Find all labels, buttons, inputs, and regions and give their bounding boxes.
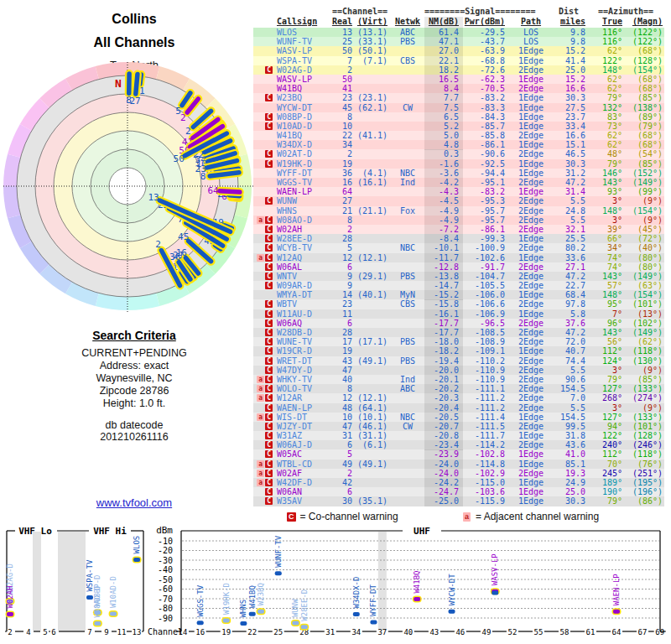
cell-virtual-channel: (50.1) xyxy=(352,46,391,55)
cell-nm-db: -20.8 xyxy=(424,431,463,440)
cell-virtual-channel: (49.1) xyxy=(352,356,391,366)
cell-nm-db: -20.7 xyxy=(424,422,463,431)
cell-azimuth-magn: (154°) xyxy=(622,65,664,75)
search-criteria-line: CURRENT+PENDING xyxy=(0,347,268,360)
cell-real-channel: 30 xyxy=(329,496,352,506)
cell-callsign: WAEN-LP xyxy=(275,403,329,413)
cell-nm-db: -11.7 xyxy=(424,253,463,262)
station-marker: W34DX-D xyxy=(352,577,361,616)
cell-dist-miles: 25.0 xyxy=(550,487,587,496)
adjacent-channel-warning-icon: a xyxy=(257,479,264,486)
cell-pwr-dbm: -103.6 xyxy=(463,487,512,496)
cell-warnings xyxy=(253,140,275,149)
station-channel-label: 2 xyxy=(155,239,161,250)
cell-callsign: WHKY-TV xyxy=(275,375,329,384)
table-row: CWUNW27-4.5-95.32Edge5.53°(9°) xyxy=(253,196,664,205)
cell-azimuth-magn: (149°) xyxy=(622,178,664,187)
cell-azimuth-true: 3° xyxy=(587,216,622,225)
cell-callsign: WAEN-LP xyxy=(275,187,329,196)
cell-virtual-channel xyxy=(352,281,391,290)
co-channel-warning-icon: C xyxy=(265,66,273,74)
tvfool-report: Collins All Channels TrueNorth N43191761… xyxy=(0,0,671,644)
cell-real-channel: 47 xyxy=(329,366,352,375)
adjacent-channel-warning-icon: a xyxy=(257,216,264,224)
cell-real-channel: 48 xyxy=(329,403,352,413)
cell-real-channel: 14 xyxy=(329,290,352,299)
cell-azimuth-magn: (45°) xyxy=(622,225,664,234)
channel-tick-label: 6 xyxy=(51,628,55,636)
tvfool-link[interactable]: www.tvfool.com xyxy=(0,496,268,509)
dbm-tick-label: -90 xyxy=(158,614,173,623)
cell-dist-miles: 30.3 xyxy=(550,496,587,506)
cell-azimuth-magn: (9°) xyxy=(622,403,664,413)
table-row: WGGS-TV16(16.1)Ind-4.2-95.12Edge47.2143°… xyxy=(253,178,664,187)
cell-callsign: W06AJ-D xyxy=(275,440,329,449)
cell-warnings: aC xyxy=(253,478,275,487)
station-marker-dot xyxy=(353,612,360,616)
co-channel-warning-icon: C xyxy=(265,235,273,242)
cell-virtual-channel: (13.1) xyxy=(352,28,391,37)
station-marker-dot xyxy=(223,618,230,622)
cell-dist-miles: 90.6 xyxy=(550,375,587,384)
cell-virtual-channel: (64.1) xyxy=(352,403,391,413)
cell-real-channel: 19 xyxy=(329,159,352,169)
station-callsign-label: WUNF-TV xyxy=(274,535,283,568)
dbm-tick-label: -40 xyxy=(158,565,173,574)
cell-nm-db: 4.8 xyxy=(424,140,463,149)
cell-dist-miles: 16.6 xyxy=(550,131,587,140)
table-row: aCW12AQ12(12.1)-11.7-102.61Edge33.674°(8… xyxy=(253,253,664,262)
cell-pwr-dbm: -111.7 xyxy=(463,431,512,440)
cell-virtual-channel xyxy=(352,149,391,158)
cell-network xyxy=(391,234,424,243)
cell-azimuth-magn: (40°) xyxy=(622,243,664,252)
channel-tick-label: 25 xyxy=(273,628,283,636)
cell-dist-miles: 15.2 xyxy=(550,75,587,84)
cell-real-channel: 22 xyxy=(329,131,352,140)
cell-azimuth-true: 93° xyxy=(587,187,622,196)
cell-nm-db: -20.2 xyxy=(424,384,463,393)
table-row: CW06AL6-12.8-91.72Edge27.174°(80°) xyxy=(253,262,664,272)
cell-path: LOS xyxy=(512,28,550,37)
cell-nm-db: 0.3 xyxy=(424,149,463,158)
cell-network xyxy=(391,112,424,122)
cell-callsign: WSPA-TV xyxy=(275,56,329,65)
band-chart: VHF LoVHF Hi2456791113dBm-10-20-30-40-50… xyxy=(0,508,671,644)
cell-azimuth-true: 70° xyxy=(587,460,622,469)
station-callsign-label: WYCW-DT xyxy=(448,574,456,606)
cell-pwr-dbm: -111.2 xyxy=(463,403,512,413)
co-channel-warning-icon: C xyxy=(265,254,273,262)
search-criteria-heading: Search Criteria xyxy=(0,329,268,342)
station-marker-dot xyxy=(86,595,93,600)
cell-path: 2Edge xyxy=(512,65,550,75)
cell-virtual-channel xyxy=(352,140,391,149)
cell-pwr-dbm: -110.2 xyxy=(463,356,512,366)
station-marker-dot xyxy=(257,610,264,614)
cell-real-channel: 28 xyxy=(329,234,352,243)
cell-virtual-channel: (21.1) xyxy=(352,206,391,216)
cell-pwr-dbm: -91.7 xyxy=(463,262,512,272)
cell-dist-miles: 27.5 xyxy=(550,103,587,112)
station-marker: W41BQ xyxy=(248,585,257,616)
cell-azimuth-magn: (196°) xyxy=(622,487,664,496)
db-datecode-label: db datecode xyxy=(0,419,268,432)
station-marker-dot xyxy=(94,621,101,626)
cell-callsign: WUNE-TV xyxy=(275,337,329,346)
cell-real-channel: 16 xyxy=(329,178,352,187)
cell-warnings: aC xyxy=(253,216,275,225)
table-row: aCW02AF2-24.0-102.92Edge19.3245°(251°) xyxy=(253,469,664,478)
search-criteria-line: Zipcode 28786 xyxy=(0,385,268,397)
cell-path: 1Edge xyxy=(512,159,550,169)
station-marker: WLOS xyxy=(133,536,142,564)
cell-path: 2Edge xyxy=(512,440,550,449)
cell-real-channel: 34 xyxy=(329,140,352,149)
cell-azimuth-true: 146° xyxy=(587,169,622,178)
col-header-callsign: Callsign xyxy=(277,17,317,26)
cell-network xyxy=(391,84,424,93)
cell-network xyxy=(391,469,424,478)
cell-warnings: C xyxy=(253,149,275,158)
cell-nm-db: -4.9 xyxy=(424,206,463,216)
cell-real-channel: 41 xyxy=(329,84,352,93)
channel-tick-label: 67 xyxy=(638,628,648,636)
cell-virtual-channel xyxy=(352,225,391,234)
cell-real-channel: 6 xyxy=(329,262,352,272)
